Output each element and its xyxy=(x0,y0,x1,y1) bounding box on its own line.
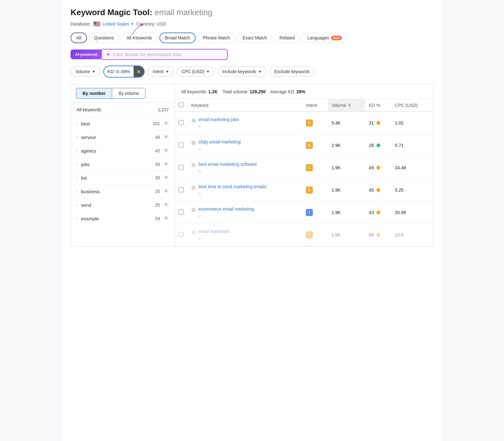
chevron-right-icon: › xyxy=(77,189,78,194)
flag-icon: 🇺🇸 xyxy=(93,20,100,27)
row-volume-cell: 2.9K xyxy=(328,134,365,157)
sidebar-item[interactable]: › best 101 👁 xyxy=(71,117,175,131)
row-keyword-cell: ⊕ email marketers » xyxy=(187,224,302,246)
row-cpc-cell: 5.71 xyxy=(391,134,433,157)
sidebar-item[interactable]: › jobs 34 👁 xyxy=(71,158,175,171)
sidebar-item-count: 25 xyxy=(155,189,160,194)
eye-icon[interactable]: 👁 xyxy=(164,189,169,194)
kd-dot xyxy=(376,121,380,125)
sidebar-items-list: › best 101 👁 › service 44 👁 › agency 42 … xyxy=(71,117,175,225)
include-keywords-filter[interactable]: Include keywords ▼ xyxy=(218,67,266,77)
row-intent-cell: C xyxy=(302,134,328,157)
sidebar-item[interactable]: › example 24 👁 xyxy=(71,212,175,225)
intent-badge: C xyxy=(306,231,313,238)
eye-icon[interactable]: 👁 xyxy=(164,148,169,154)
row-volume-cell: 1.9K xyxy=(328,157,365,179)
row-checkbox[interactable] xyxy=(179,232,184,237)
volume-filter[interactable]: Volume ▼ xyxy=(71,67,100,77)
filters-row: Volume ▼ KD: 0–49% ✕ Intent ▼ CPC (USD) … xyxy=(71,66,433,78)
th-keyword: Keyword xyxy=(187,99,302,112)
add-keyword-icon[interactable]: ⊕ xyxy=(191,184,196,191)
intent-filter[interactable]: Intent ▼ xyxy=(148,67,174,77)
kd-clear-button[interactable]: ✕ xyxy=(134,66,144,77)
row-checkbox[interactable] xyxy=(179,165,184,170)
kd-value: 43 xyxy=(369,210,374,215)
chevron-down-icon: ▼ xyxy=(165,70,169,73)
volume-value: 1.9K xyxy=(332,210,341,215)
row-cpc-cell: 5.25 xyxy=(391,179,433,201)
cpc-filter[interactable]: CPC (USD) ▼ xyxy=(177,67,214,77)
database-selector[interactable]: United States ▼ xyxy=(103,21,134,26)
sidebar-item-count: 44 xyxy=(155,135,160,140)
row-intent-cell: C xyxy=(302,157,328,179)
summary-all-label: All keywords: xyxy=(181,89,207,94)
tab-exact-match[interactable]: Exact Match xyxy=(237,33,272,43)
tab-all-keywords[interactable]: All Keywords xyxy=(121,33,158,43)
sidebar-item-label: service xyxy=(81,135,155,140)
tab-languages[interactable]: Languages beta xyxy=(302,33,347,43)
row-checkbox[interactable] xyxy=(179,187,184,192)
sidebar-item[interactable]: › service 44 👁 xyxy=(71,131,175,144)
table-body: ⊕ email marketing jobs » C 5.4K 31 xyxy=(175,112,433,246)
row-cpc-cell: 1.02 xyxy=(391,112,433,134)
sidebar-item[interactable]: › list 30 👁 xyxy=(71,171,175,185)
eye-icon[interactable]: 👁 xyxy=(164,202,169,208)
sidebar-item[interactable]: › send 25 👁 xyxy=(71,198,175,212)
row-intent-cell: C xyxy=(302,179,328,201)
add-keyword-icon[interactable]: ⊕ xyxy=(191,229,196,236)
sidebar-item-label: list xyxy=(81,175,155,181)
tab-phrase-match-label: Phrase Match xyxy=(203,35,230,40)
keyword-link[interactable]: best time to send marketing emails xyxy=(198,183,266,190)
kd-value: 31 xyxy=(369,120,374,125)
select-all-checkbox[interactable] xyxy=(179,102,184,107)
row-checkbox[interactable] xyxy=(179,120,184,125)
row-checkbox-cell xyxy=(175,134,187,157)
th-volume[interactable]: Volume ⇅ xyxy=(328,99,365,112)
chevron-down-icon: ▼ xyxy=(92,70,95,73)
keyword-link[interactable]: ecommerce email marketing xyxy=(198,206,254,212)
keyword-link[interactable]: best email marketing software xyxy=(198,161,257,168)
add-keyword-icon[interactable]: ⊕ xyxy=(191,162,196,169)
add-keyword-icon[interactable]: ⊕ xyxy=(191,206,196,213)
keyword-arrows: » xyxy=(198,213,201,218)
chevron-down-icon: ▼ xyxy=(130,22,134,26)
keyword-link[interactable]: email marketers xyxy=(198,228,230,235)
volume-value: 1.9K xyxy=(332,188,341,193)
tab-related[interactable]: Related xyxy=(274,33,300,43)
eye-icon[interactable]: 👁 xyxy=(164,216,169,221)
row-checkbox[interactable] xyxy=(179,142,184,148)
keyword-arrows: » xyxy=(198,169,201,173)
sidebar-item-label: agency xyxy=(81,148,155,154)
tab-phrase-match[interactable]: Phrase Match xyxy=(198,33,235,43)
title-prefix: Keyword Magic Tool: xyxy=(71,8,152,17)
kd-value: 49 xyxy=(369,232,374,237)
ai-domain-input[interactable] xyxy=(113,52,223,57)
add-keyword-icon[interactable]: ⊕ xyxy=(191,139,196,146)
row-intent-cell: C xyxy=(302,224,328,246)
toggle-by-number[interactable]: By number xyxy=(76,88,112,99)
tab-broad-match[interactable]: Broad Match xyxy=(159,32,196,43)
keyword-link[interactable]: email marketing jobs xyxy=(198,116,239,123)
exclude-keywords-filter[interactable]: Exclude keywords xyxy=(270,67,315,77)
intent-badge: C xyxy=(306,164,313,171)
sidebar-item[interactable]: › business 25 👁 xyxy=(71,185,175,198)
row-checkbox-cell xyxy=(175,224,187,246)
eye-icon[interactable]: 👁 xyxy=(164,134,169,140)
sidebar-item[interactable]: › agency 42 👁 xyxy=(71,144,175,158)
tab-all[interactable]: All xyxy=(71,32,87,43)
row-volume-cell: 1.9K xyxy=(328,201,365,224)
keyword-link[interactable]: cliqly email marketing xyxy=(198,139,241,145)
tab-questions[interactable]: Questions xyxy=(89,33,119,43)
eye-icon[interactable]: 👁 xyxy=(164,121,169,126)
kd-filter[interactable]: KD: 0–49% ✕ xyxy=(103,66,145,78)
summary-volume: 129,250 xyxy=(250,89,266,94)
row-intent-cell: I xyxy=(302,201,328,224)
eye-icon[interactable]: 👁 xyxy=(164,175,169,181)
add-keyword-icon[interactable]: ⊕ xyxy=(191,117,196,124)
beta-badge: beta xyxy=(331,36,342,40)
row-checkbox[interactable] xyxy=(179,210,184,215)
volume-value: 5.4K xyxy=(332,120,341,125)
table-row: ⊕ ecommerce email marketing » I 1.9K 43 xyxy=(175,201,433,224)
toggle-by-volume[interactable]: By volume xyxy=(112,88,146,99)
eye-icon[interactable]: 👁 xyxy=(164,161,169,167)
